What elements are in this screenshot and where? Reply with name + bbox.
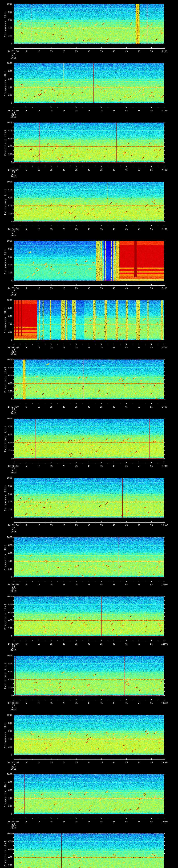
spectrogram-stack: Frequency (Hz)10008006004002000510152025…: [0, 0, 178, 868]
x-tick-label-55: 55: [150, 228, 153, 230]
y-tick-label-200: 200: [0, 213, 12, 215]
y-tick-label-600: 600: [0, 256, 12, 258]
x-tick-label-20: 20: [62, 762, 65, 764]
y-tick-label-400: 400: [0, 856, 12, 858]
y-tick-label-200: 200: [0, 450, 12, 452]
y-tick-label-600: 600: [0, 671, 12, 673]
y-tick-label-800: 800: [0, 189, 12, 191]
y-tick-label-800: 800: [0, 485, 12, 487]
x-tick-label-30: 30: [87, 643, 90, 645]
x-tick-label-20: 20: [62, 50, 65, 53]
y-tick-label-1000: 1000: [0, 299, 12, 301]
x-tick-label-10: 10: [37, 50, 40, 53]
x-tick-label-50: 50: [138, 465, 140, 467]
x-tick-label-10: 10: [37, 820, 40, 823]
x-tick-label-50: 50: [138, 50, 140, 53]
y-tick-label-1000: 1000: [0, 359, 12, 361]
x-tick-label-10: 10: [37, 465, 40, 467]
y-axis-title: Frequency (Hz): [4, 662, 6, 689]
y-tick-label-0: 0: [0, 398, 12, 400]
x-tick-label-20: 20: [62, 406, 65, 408]
x-tick-label-55: 55: [150, 346, 153, 349]
x-tick-label-35: 35: [100, 346, 103, 349]
x-tick-label-45: 45: [125, 820, 128, 823]
x-tick-label-55: 55: [150, 584, 153, 586]
x-tick-label-10: 10: [37, 287, 40, 289]
x-end-time-label: 11:00: [161, 584, 168, 586]
y-axis-title: Frequency (Hz): [4, 485, 6, 511]
y-tick-label-200: 200: [0, 686, 12, 688]
x-tick-label-40: 40: [113, 820, 115, 823]
x-tick-label-5: 5: [26, 287, 27, 289]
x-tick-label-50: 50: [138, 406, 140, 408]
x-tick-label-30: 30: [87, 169, 90, 171]
y-axis-title: Frequency (Hz): [4, 248, 6, 274]
y-tick-label-1000: 1000: [0, 3, 12, 5]
x-tick-label-50: 50: [138, 584, 140, 586]
x-tick-label-10: 10: [37, 584, 40, 586]
y-tick-label-400: 400: [0, 205, 12, 207]
spectrogram-panel-9: Frequency (Hz)10008006004002000510152025…: [0, 474, 178, 533]
spectrogram-panel-8: Frequency (Hz)10008006004002000510152025…: [0, 415, 178, 474]
x-tick-label-15: 15: [50, 643, 53, 645]
x-tick-label-5: 5: [26, 465, 27, 467]
x-tick-label-35: 35: [100, 228, 103, 230]
y-axis-title: Frequency (Hz): [4, 129, 6, 156]
date-line-3: 2016: [11, 709, 16, 711]
y-axis-title: Frequency (Hz): [4, 544, 6, 570]
x-tick-label-15: 15: [50, 702, 53, 704]
y-tick-label-800: 800: [0, 722, 12, 724]
x-tick-label-30: 30: [87, 110, 90, 112]
y-tick-label-1000: 1000: [0, 536, 12, 538]
x-end-time-label: 6:00: [162, 287, 167, 289]
x-end-time-label: 13:00: [161, 702, 168, 704]
x-tick-label-35: 35: [100, 524, 103, 526]
x-end-time-label: 10:00: [161, 524, 168, 526]
y-axis-title: Frequency (Hz): [4, 307, 6, 333]
x-tick-label-45: 45: [125, 702, 128, 704]
x-tick-label-45: 45: [125, 287, 128, 289]
spectrogram-panel-12: Frequency (Hz)10008006004002000510152025…: [0, 652, 178, 711]
y-tick-label-800: 800: [0, 129, 12, 132]
spectrogram-panel-1: Frequency (Hz)10008006004002000510152025…: [0, 0, 178, 59]
spectrogram-panel-2: Frequency (Hz)10008006004002000510152025…: [0, 59, 178, 118]
x-tick-label-15: 15: [50, 584, 53, 586]
x-tick-label-40: 40: [113, 110, 115, 112]
x-tick-label-35: 35: [100, 465, 103, 467]
date-line-3: 2016: [11, 471, 16, 473]
x-tick-label-30: 30: [87, 287, 90, 289]
x-tick-label-25: 25: [75, 584, 78, 586]
x-tick-label-55: 55: [150, 50, 153, 53]
x-tick-label-10: 10: [37, 406, 40, 408]
y-tick-label-400: 400: [0, 560, 12, 562]
x-tick-label-55: 55: [150, 702, 153, 704]
y-tick-label-400: 400: [0, 797, 12, 799]
spectrogram-panel-15: Frequency (Hz)10008006004002000510152025…: [0, 830, 178, 868]
y-tick-label-600: 600: [0, 493, 12, 495]
x-tick-label-25: 25: [75, 110, 78, 112]
x-tick-label-15: 15: [50, 524, 53, 526]
y-tick-label-400: 400: [0, 86, 12, 88]
spectrogram-panel-6: Frequency (Hz)10008006004002000510152025…: [0, 296, 178, 355]
y-tick-label-0: 0: [0, 458, 12, 460]
y-tick-label-800: 800: [0, 248, 12, 250]
date-line-3: 2016: [11, 412, 16, 414]
y-tick-label-1000: 1000: [0, 62, 12, 64]
x-tick-label-25: 25: [75, 702, 78, 704]
date-line-3: 2016: [11, 768, 16, 770]
x-tick-label-55: 55: [150, 524, 153, 526]
x-tick-label-45: 45: [125, 228, 128, 230]
x-tick-label-40: 40: [113, 346, 115, 349]
y-tick-label-0: 0: [0, 813, 12, 815]
x-end-time-label: 2:00: [162, 50, 167, 53]
y-tick-label-0: 0: [0, 43, 12, 45]
x-tick-label-10: 10: [37, 346, 40, 349]
y-tick-label-800: 800: [0, 70, 12, 72]
x-tick-label-55: 55: [150, 465, 153, 467]
y-tick-label-800: 800: [0, 603, 12, 606]
x-tick-label-35: 35: [100, 406, 103, 408]
y-axis-title: Frequency (Hz): [4, 781, 6, 807]
x-tick-label-40: 40: [113, 406, 115, 408]
y-tick-label-0: 0: [0, 635, 12, 637]
x-tick-label-15: 15: [50, 762, 53, 764]
